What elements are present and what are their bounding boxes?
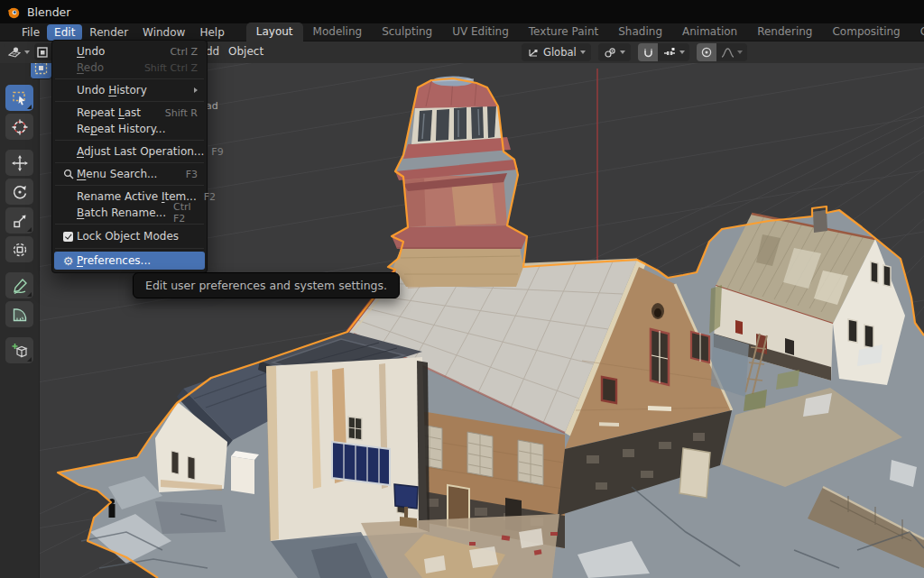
menu-render[interactable]: Render	[82, 24, 135, 41]
menu-help[interactable]: Help	[192, 24, 231, 41]
proportional-edit-toggle[interactable]	[697, 43, 716, 61]
tool-rotate[interactable]	[5, 179, 33, 205]
proportional-edit-controls	[697, 43, 747, 61]
gear-icon: ⚙	[63, 255, 74, 267]
transform-orientation-dropdown[interactable]: Global	[522, 43, 591, 61]
object-mode-icon	[36, 46, 49, 59]
add-menu-fragment[interactable]: dd	[206, 45, 219, 58]
menu-item-menu-search[interactable]: Menu Search... F3	[54, 166, 205, 182]
tool-transform[interactable]	[5, 236, 33, 262]
proportional-edit-icon	[700, 46, 713, 59]
tool-scale[interactable]	[5, 207, 33, 234]
orientation-axes-icon	[527, 47, 540, 59]
tab-sculpting[interactable]: Sculpting	[372, 23, 442, 41]
checkbox-checked-icon[interactable]	[63, 232, 73, 242]
preferences-tooltip: Edit user preferences and system setting…	[133, 272, 400, 298]
snap-toggle-button[interactable]	[638, 43, 658, 61]
menu-separator	[55, 162, 204, 163]
menu-item-lock-object-modes[interactable]: Lock Object Modes	[54, 227, 205, 245]
tool-add-cube[interactable]	[5, 337, 33, 363]
tab-texture-paint[interactable]: Texture Paint	[519, 23, 608, 41]
chevron-down-icon	[580, 50, 586, 54]
object-menu[interactable]: Object	[228, 45, 263, 58]
viewport-header-controls: Global	[522, 43, 747, 61]
menu-file[interactable]: File	[14, 24, 47, 41]
tool-shelf	[0, 63, 40, 578]
tab-animation[interactable]: Animation	[672, 23, 747, 41]
menu-item-repeat-last[interactable]: Repeat Last Shift R	[54, 105, 205, 121]
tab-uv-editing[interactable]: UV Editing	[442, 23, 519, 41]
pivot-point-dropdown[interactable]	[598, 43, 631, 61]
menu-item-repeat-history[interactable]: Repeat History...	[54, 121, 205, 137]
chevron-down-icon	[679, 50, 685, 54]
viewport-editor-icon	[7, 46, 22, 59]
proportional-falloff-dropdown[interactable]	[716, 43, 747, 61]
window-title: Blender	[27, 5, 70, 19]
falloff-curve-icon	[721, 47, 735, 59]
tool-select-box[interactable]	[5, 85, 33, 111]
edit-menu-dropdown: Undo Ctrl Z Redo Shift Ctrl Z Undo Histo…	[51, 40, 208, 273]
tab-modeling[interactable]: Modeling	[303, 23, 373, 41]
menu-separator	[55, 140, 204, 141]
tab-compositing[interactable]: Compositing	[822, 23, 910, 41]
active-tool-icon[interactable]	[30, 63, 52, 79]
tool-cursor[interactable]	[5, 114, 33, 140]
menu-separator	[55, 248, 204, 249]
tab-geometry-nodes[interactable]: Geometry Nodes	[910, 23, 924, 41]
topbar: File Edit Render Window Help Layout Mode…	[0, 23, 924, 41]
snap-target-dropdown[interactable]	[658, 43, 689, 61]
tab-layout[interactable]: Layout	[246, 23, 303, 41]
submenu-arrow-icon	[194, 87, 198, 93]
menu-item-preferences[interactable]: ⚙ Preferences...	[54, 252, 205, 270]
magnet-icon	[642, 46, 654, 59]
chevron-down-icon	[620, 50, 625, 54]
menu-item-batch-rename[interactable]: Batch Rename... Ctrl F2	[54, 205, 205, 221]
menu-separator	[55, 185, 204, 186]
orientation-label: Global	[543, 46, 577, 59]
window-titlebar: Blender	[0, 0, 924, 23]
menu-item-adjust-last-operation[interactable]: Adjust Last Operation... F9	[54, 143, 205, 160]
tool-measure[interactable]	[5, 301, 33, 327]
pivot-point-icon	[604, 47, 616, 59]
search-icon	[63, 169, 74, 179]
menu-separator	[55, 78, 204, 79]
tool-annotate[interactable]	[5, 272, 33, 298]
tool-move[interactable]	[5, 150, 33, 176]
tab-rendering[interactable]: Rendering	[747, 23, 822, 41]
snap-increment-icon	[662, 47, 677, 59]
chevron-down-icon	[737, 50, 743, 54]
blender-window: { "window": { "title": "Blender" }, "top…	[0, 0, 924, 578]
tab-shading[interactable]: Shading	[608, 23, 672, 41]
workspace-tabs: Layout Modeling Sculpting UV Editing Tex…	[246, 23, 924, 41]
blender-logo-icon	[6, 5, 20, 19]
menu-edit[interactable]: Edit	[47, 24, 82, 41]
menu-separator	[55, 101, 204, 102]
menu-item-redo[interactable]: Redo Shift Ctrl Z	[54, 60, 205, 76]
menu-item-undo[interactable]: Undo Ctrl Z	[54, 43, 205, 60]
viewport-overlay-text-fragment: ad	[206, 100, 218, 112]
snapping-controls	[638, 43, 689, 61]
menu-item-undo-history[interactable]: Undo History	[54, 82, 205, 98]
menu-window[interactable]: Window	[135, 24, 192, 41]
editor-type-dropdown[interactable]	[4, 43, 33, 60]
chevron-down-icon	[24, 50, 30, 54]
